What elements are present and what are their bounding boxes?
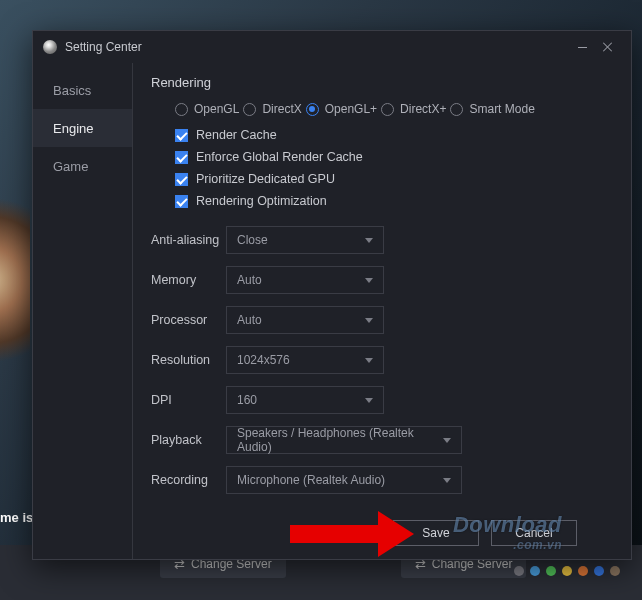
- select-memory[interactable]: Auto: [226, 266, 384, 294]
- chevron-down-icon: [365, 358, 373, 363]
- status-dots: [514, 566, 620, 576]
- app-icon: [43, 40, 57, 54]
- label-resolution: Resolution: [151, 353, 226, 367]
- close-button[interactable]: [595, 37, 621, 57]
- minimize-button[interactable]: [569, 37, 595, 57]
- truncated-bg-text: me is: [0, 510, 33, 525]
- checkbox-icon: [175, 151, 188, 164]
- label-processor: Processor: [151, 313, 226, 327]
- status-dot: [546, 566, 556, 576]
- check-enforce-global-cache[interactable]: Enforce Global Render Cache: [175, 146, 613, 168]
- chevron-down-icon: [443, 478, 451, 483]
- status-dot: [530, 566, 540, 576]
- label-recording: Recording: [151, 473, 226, 487]
- radio-smartmode[interactable]: Smart Mode: [450, 102, 534, 116]
- select-dpi[interactable]: 160: [226, 386, 384, 414]
- radio-directxplus[interactable]: DirectX+: [381, 102, 446, 116]
- radio-directx[interactable]: DirectX: [243, 102, 301, 116]
- checkbox-icon: [175, 129, 188, 142]
- check-prioritize-gpu[interactable]: Prioritize Dedicated GPU: [175, 168, 613, 190]
- dialog-buttons: Save Cancel: [151, 506, 613, 546]
- rendering-engine-radios: OpenGL DirectX OpenGL+ DirectX+ Smart Mo…: [175, 102, 613, 116]
- status-dot: [514, 566, 524, 576]
- radio-icon: [175, 103, 188, 116]
- sidebar: Basics Engine Game: [33, 63, 133, 559]
- select-resolution[interactable]: 1024x576: [226, 346, 384, 374]
- sidebar-item-basics[interactable]: Basics: [33, 71, 132, 109]
- select-processor[interactable]: Auto: [226, 306, 384, 334]
- minimize-icon: [578, 47, 587, 48]
- close-icon: [603, 42, 613, 52]
- chevron-down-icon: [365, 278, 373, 283]
- select-recording[interactable]: Microphone (Realtek Audio): [226, 466, 462, 494]
- label-dpi: DPI: [151, 393, 226, 407]
- sidebar-item-engine[interactable]: Engine: [33, 109, 132, 147]
- cancel-button[interactable]: Cancel: [491, 520, 577, 546]
- checkbox-icon: [175, 195, 188, 208]
- window-title: Setting Center: [65, 40, 142, 54]
- status-dot: [578, 566, 588, 576]
- chevron-down-icon: [443, 438, 451, 443]
- radio-opengl[interactable]: OpenGL: [175, 102, 239, 116]
- chevron-down-icon: [365, 318, 373, 323]
- radio-icon: [450, 103, 463, 116]
- save-button[interactable]: Save: [393, 520, 479, 546]
- check-rendering-optimization[interactable]: Rendering Optimization: [175, 190, 613, 212]
- status-dot: [594, 566, 604, 576]
- select-playback[interactable]: Speakers / Headphones (Realtek Audio): [226, 426, 462, 454]
- content-pane: Rendering OpenGL DirectX OpenGL+ DirectX…: [133, 63, 631, 559]
- sidebar-item-game[interactable]: Game: [33, 147, 132, 185]
- radio-openglplus[interactable]: OpenGL+: [306, 102, 377, 116]
- label-memory: Memory: [151, 273, 226, 287]
- settings-modal: Setting Center Basics Engine Game Render…: [32, 30, 632, 560]
- select-anti-aliasing[interactable]: Close: [226, 226, 384, 254]
- section-heading-rendering: Rendering: [151, 75, 613, 90]
- radio-icon: [243, 103, 256, 116]
- status-dot: [562, 566, 572, 576]
- chevron-down-icon: [365, 398, 373, 403]
- check-render-cache[interactable]: Render Cache: [175, 124, 613, 146]
- chevron-down-icon: [365, 238, 373, 243]
- checkbox-icon: [175, 173, 188, 186]
- titlebar: Setting Center: [33, 31, 631, 63]
- status-dot: [610, 566, 620, 576]
- label-playback: Playback: [151, 433, 226, 447]
- rendering-checks: Render Cache Enforce Global Render Cache…: [175, 124, 613, 212]
- radio-icon: [381, 103, 394, 116]
- label-anti-aliasing: Anti-aliasing: [151, 233, 226, 247]
- radio-icon: [306, 103, 319, 116]
